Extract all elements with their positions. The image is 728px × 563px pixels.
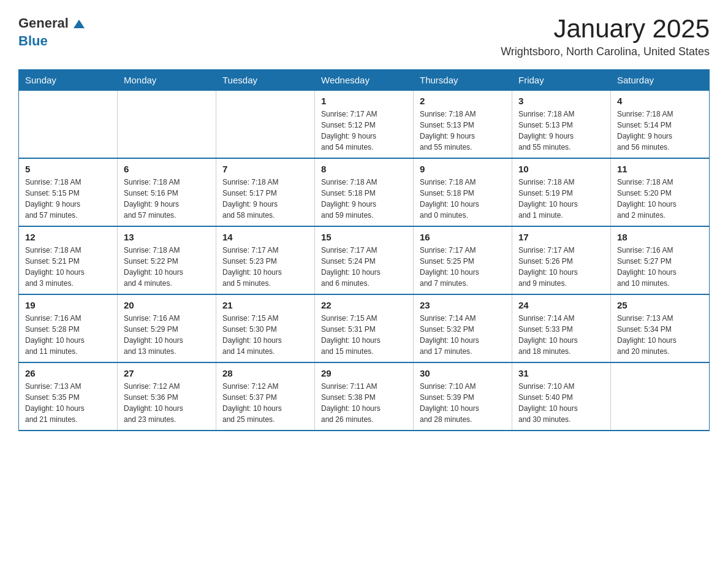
day-number: 16 — [420, 232, 506, 242]
day-info: Sunrise: 7:17 AM Sunset: 5:25 PM Dayligh… — [420, 245, 506, 289]
day-number: 27 — [124, 368, 210, 378]
day-info: Sunrise: 7:18 AM Sunset: 5:18 PM Dayligh… — [420, 177, 506, 221]
day-info: Sunrise: 7:15 AM Sunset: 5:30 PM Dayligh… — [222, 313, 308, 357]
day-number: 6 — [124, 164, 210, 174]
day-number: 20 — [124, 300, 210, 310]
day-cell: 22Sunrise: 7:15 AM Sunset: 5:31 PM Dayli… — [315, 294, 414, 362]
header: General Blue January 2025 Wrightsboro, N… — [18, 15, 710, 58]
day-number: 8 — [321, 164, 407, 174]
day-number: 11 — [617, 164, 703, 174]
day-cell: 28Sunrise: 7:12 AM Sunset: 5:37 PM Dayli… — [216, 362, 315, 431]
day-cell: 3Sunrise: 7:18 AM Sunset: 5:13 PM Daylig… — [512, 91, 611, 159]
day-info: Sunrise: 7:17 AM Sunset: 5:12 PM Dayligh… — [321, 109, 407, 153]
day-cell: 27Sunrise: 7:12 AM Sunset: 5:36 PM Dayli… — [118, 362, 216, 431]
day-number: 19 — [25, 300, 111, 310]
day-info: Sunrise: 7:18 AM Sunset: 5:19 PM Dayligh… — [518, 177, 604, 221]
day-info: Sunrise: 7:15 AM Sunset: 5:31 PM Dayligh… — [321, 313, 407, 357]
day-cell — [216, 91, 315, 159]
day-cell: 5Sunrise: 7:18 AM Sunset: 5:15 PM Daylig… — [19, 158, 118, 226]
col-sunday: Sunday — [19, 70, 118, 91]
day-cell: 19Sunrise: 7:16 AM Sunset: 5:28 PM Dayli… — [19, 294, 118, 362]
day-cell: 8Sunrise: 7:18 AM Sunset: 5:18 PM Daylig… — [315, 158, 414, 226]
day-cell: 2Sunrise: 7:18 AM Sunset: 5:13 PM Daylig… — [414, 91, 512, 159]
day-info: Sunrise: 7:12 AM Sunset: 5:36 PM Dayligh… — [124, 381, 210, 425]
day-info: Sunrise: 7:18 AM Sunset: 5:15 PM Dayligh… — [25, 177, 111, 221]
day-cell: 4Sunrise: 7:18 AM Sunset: 5:14 PM Daylig… — [611, 91, 710, 159]
day-cell — [611, 362, 710, 431]
logo-blue: Blue — [18, 33, 48, 48]
day-info: Sunrise: 7:10 AM Sunset: 5:40 PM Dayligh… — [518, 381, 604, 425]
day-cell: 13Sunrise: 7:18 AM Sunset: 5:22 PM Dayli… — [118, 226, 216, 294]
day-cell: 1Sunrise: 7:17 AM Sunset: 5:12 PM Daylig… — [315, 91, 414, 159]
day-cell: 26Sunrise: 7:13 AM Sunset: 5:35 PM Dayli… — [19, 362, 118, 431]
day-number: 23 — [420, 300, 506, 310]
day-number: 22 — [321, 300, 407, 310]
day-cell: 11Sunrise: 7:18 AM Sunset: 5:20 PM Dayli… — [611, 158, 710, 226]
day-info: Sunrise: 7:18 AM Sunset: 5:17 PM Dayligh… — [222, 177, 308, 221]
calendar-body: 1Sunrise: 7:17 AM Sunset: 5:12 PM Daylig… — [19, 91, 710, 431]
col-tuesday: Tuesday — [216, 70, 315, 91]
day-info: Sunrise: 7:14 AM Sunset: 5:32 PM Dayligh… — [420, 313, 506, 357]
day-cell: 24Sunrise: 7:14 AM Sunset: 5:33 PM Dayli… — [512, 294, 611, 362]
day-number: 5 — [25, 164, 111, 174]
day-info: Sunrise: 7:18 AM Sunset: 5:18 PM Dayligh… — [321, 177, 407, 221]
day-cell: 29Sunrise: 7:11 AM Sunset: 5:38 PM Dayli… — [315, 362, 414, 431]
day-number: 12 — [25, 232, 111, 242]
day-info: Sunrise: 7:12 AM Sunset: 5:37 PM Dayligh… — [222, 381, 308, 425]
day-info: Sunrise: 7:13 AM Sunset: 5:35 PM Dayligh… — [25, 381, 111, 425]
day-info: Sunrise: 7:10 AM Sunset: 5:39 PM Dayligh… — [420, 381, 506, 425]
day-number: 31 — [518, 368, 604, 378]
week-row-4: 19Sunrise: 7:16 AM Sunset: 5:28 PM Dayli… — [19, 294, 710, 362]
day-number: 13 — [124, 232, 210, 242]
day-info: Sunrise: 7:16 AM Sunset: 5:28 PM Dayligh… — [25, 313, 111, 357]
col-monday: Monday — [118, 70, 216, 91]
day-number: 3 — [518, 96, 604, 106]
logo-general: General — [18, 15, 69, 31]
day-cell: 23Sunrise: 7:14 AM Sunset: 5:32 PM Dayli… — [414, 294, 512, 362]
day-number: 9 — [420, 164, 506, 174]
day-number: 15 — [321, 232, 407, 242]
day-info: Sunrise: 7:18 AM Sunset: 5:21 PM Dayligh… — [25, 245, 111, 289]
day-cell: 10Sunrise: 7:18 AM Sunset: 5:19 PM Dayli… — [512, 158, 611, 226]
day-cell: 14Sunrise: 7:17 AM Sunset: 5:23 PM Dayli… — [216, 226, 315, 294]
day-number: 4 — [617, 96, 703, 106]
week-row-2: 5Sunrise: 7:18 AM Sunset: 5:15 PM Daylig… — [19, 158, 710, 226]
title-area: January 2025 Wrightsboro, North Carolina… — [501, 15, 710, 58]
day-info: Sunrise: 7:16 AM Sunset: 5:29 PM Dayligh… — [124, 313, 210, 357]
col-friday: Friday — [512, 70, 611, 91]
day-info: Sunrise: 7:17 AM Sunset: 5:26 PM Dayligh… — [518, 245, 604, 289]
logo: General Blue — [18, 15, 86, 50]
day-number: 18 — [617, 232, 703, 242]
day-info: Sunrise: 7:18 AM Sunset: 5:22 PM Dayligh… — [124, 245, 210, 289]
day-number: 30 — [420, 368, 506, 378]
day-info: Sunrise: 7:11 AM Sunset: 5:38 PM Dayligh… — [321, 381, 407, 425]
day-cell — [19, 91, 118, 159]
day-cell: 30Sunrise: 7:10 AM Sunset: 5:39 PM Dayli… — [414, 362, 512, 431]
day-number: 2 — [420, 96, 506, 106]
day-number: 25 — [617, 300, 703, 310]
day-cell: 9Sunrise: 7:18 AM Sunset: 5:18 PM Daylig… — [414, 158, 512, 226]
day-cell: 20Sunrise: 7:16 AM Sunset: 5:29 PM Dayli… — [118, 294, 216, 362]
day-info: Sunrise: 7:18 AM Sunset: 5:20 PM Dayligh… — [617, 177, 703, 221]
calendar-title: January 2025 — [501, 15, 710, 43]
col-saturday: Saturday — [611, 70, 710, 91]
day-cell: 6Sunrise: 7:18 AM Sunset: 5:16 PM Daylig… — [118, 158, 216, 226]
week-row-1: 1Sunrise: 7:17 AM Sunset: 5:12 PM Daylig… — [19, 91, 710, 159]
day-cell — [118, 91, 216, 159]
day-cell: 25Sunrise: 7:13 AM Sunset: 5:34 PM Dayli… — [611, 294, 710, 362]
svg-marker-0 — [74, 20, 85, 28]
day-info: Sunrise: 7:18 AM Sunset: 5:13 PM Dayligh… — [420, 109, 506, 153]
day-number: 28 — [222, 368, 308, 378]
day-number: 26 — [25, 368, 111, 378]
day-number: 24 — [518, 300, 604, 310]
day-number: 1 — [321, 96, 407, 106]
week-row-5: 26Sunrise: 7:13 AM Sunset: 5:35 PM Dayli… — [19, 362, 710, 431]
week-row-3: 12Sunrise: 7:18 AM Sunset: 5:21 PM Dayli… — [19, 226, 710, 294]
day-info: Sunrise: 7:14 AM Sunset: 5:33 PM Dayligh… — [518, 313, 604, 357]
day-number: 17 — [518, 232, 604, 242]
day-info: Sunrise: 7:18 AM Sunset: 5:16 PM Dayligh… — [124, 177, 210, 221]
day-cell: 21Sunrise: 7:15 AM Sunset: 5:30 PM Dayli… — [216, 294, 315, 362]
day-number: 7 — [222, 164, 308, 174]
col-thursday: Thursday — [414, 70, 512, 91]
day-cell: 12Sunrise: 7:18 AM Sunset: 5:21 PM Dayli… — [19, 226, 118, 294]
